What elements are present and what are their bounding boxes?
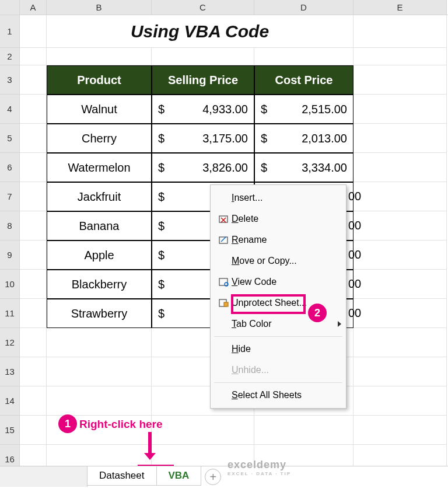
cell[interactable] <box>20 153 47 182</box>
cell[interactable] <box>20 328 47 357</box>
row-header[interactable]: 9 <box>0 240 20 270</box>
cell[interactable] <box>354 211 447 240</box>
cell-product[interactable]: Banana <box>47 211 152 240</box>
cell[interactable] <box>20 65 47 95</box>
cell-cost[interactable]: $3,334.00 <box>254 153 354 182</box>
cell[interactable] <box>20 15 47 48</box>
menu-delete[interactable]: Delete <box>211 208 346 229</box>
tab-vba[interactable]: VBA <box>156 466 202 486</box>
menu-insert[interactable]: Insert... <box>211 187 346 208</box>
svg-rect-5 <box>224 302 228 306</box>
menu-hide[interactable]: Hide <box>211 339 346 360</box>
cell-product[interactable]: Cherry <box>47 124 152 153</box>
cell[interactable] <box>47 357 152 386</box>
row-header[interactable]: 10 <box>0 270 20 299</box>
cell[interactable] <box>354 357 447 386</box>
cell[interactable] <box>354 15 447 48</box>
cell-product[interactable]: Apple <box>47 240 152 270</box>
menu-rename[interactable]: Rename <box>211 229 346 250</box>
row-header[interactable]: 1 <box>0 15 20 48</box>
cell[interactable] <box>354 48 447 65</box>
cell[interactable] <box>20 48 47 65</box>
menu-view-code[interactable]: View Code <box>211 271 346 292</box>
add-sheet-button[interactable]: + <box>205 469 221 485</box>
cell-cost[interactable]: $2,013.00 <box>254 124 354 153</box>
menu-select-all-sheets[interactable]: Select All Sheets <box>211 385 346 406</box>
row-header[interactable]: 12 <box>0 328 20 357</box>
cell[interactable] <box>47 386 152 416</box>
row-header[interactable]: 7 <box>0 182 20 211</box>
cell[interactable] <box>354 65 447 95</box>
row-header[interactable]: 4 <box>0 95 20 124</box>
cell-product[interactable]: Jackfruit <box>47 182 152 211</box>
cell[interactable] <box>354 124 447 153</box>
row-header[interactable]: 2 <box>0 48 20 65</box>
cell-selling[interactable]: $4,933.00 <box>152 95 254 124</box>
partial-value: 00 <box>348 190 361 203</box>
menu-label: Unprotect Sheet... <box>232 298 341 308</box>
cell[interactable] <box>354 182 447 211</box>
cell-product[interactable]: Walnut <box>47 95 152 124</box>
tab-datasheet[interactable]: Datasheet <box>87 466 157 486</box>
cell[interactable] <box>20 211 47 240</box>
cell[interactable] <box>354 240 447 270</box>
menu-move-copy[interactable]: Move or Copy... <box>211 250 346 271</box>
cell[interactable] <box>152 416 254 445</box>
cell[interactable] <box>20 270 47 299</box>
cell[interactable] <box>20 386 47 416</box>
row-header[interactable]: 15 <box>0 416 20 445</box>
cell[interactable] <box>354 328 447 357</box>
chevron-right-icon <box>338 321 341 327</box>
partial-value: 00 <box>348 248 361 262</box>
cell-selling[interactable]: $3,826.00 <box>152 153 254 182</box>
cell[interactable] <box>20 182 47 211</box>
cell[interactable] <box>20 416 47 445</box>
col-header-c[interactable]: C <box>152 0 254 15</box>
cell[interactable] <box>20 124 47 153</box>
cell[interactable] <box>20 357 47 386</box>
cell-selling[interactable]: $3,175.00 <box>152 124 254 153</box>
cell[interactable] <box>20 240 47 270</box>
down-arrow-icon <box>145 432 155 460</box>
page-title[interactable]: Using VBA Code <box>47 15 354 48</box>
cell-cost[interactable]: $2,515.00 <box>254 95 354 124</box>
row-header[interactable]: 3 <box>0 65 20 95</box>
cell-product[interactable]: Watermelon <box>47 153 152 182</box>
cell[interactable] <box>354 299 447 328</box>
row-header[interactable]: 13 <box>0 357 20 386</box>
cell-product[interactable]: Strawberry <box>47 299 152 328</box>
col-header-d[interactable]: D <box>254 0 354 15</box>
row-header[interactable]: 8 <box>0 211 20 240</box>
cell[interactable] <box>47 328 152 357</box>
svg-rect-0 <box>219 216 228 222</box>
cell[interactable] <box>354 386 447 416</box>
cell[interactable] <box>354 416 447 445</box>
row-header[interactable]: 6 <box>0 153 20 182</box>
col-header-e[interactable]: E <box>354 0 447 15</box>
cell[interactable] <box>354 270 447 299</box>
cell[interactable] <box>20 299 47 328</box>
cell[interactable] <box>254 416 354 445</box>
cell[interactable] <box>254 48 354 65</box>
header-product[interactable]: Product <box>47 65 152 95</box>
cell[interactable] <box>354 153 447 182</box>
col-header-a[interactable]: A <box>20 0 47 15</box>
cell[interactable] <box>152 48 254 65</box>
header-cost[interactable]: Cost Price <box>254 65 354 95</box>
row-header[interactable]: 14 <box>0 386 20 416</box>
sheet-context-menu: Insert... Delete Rename Move or Copy... … <box>210 184 346 409</box>
menu-separator <box>214 336 342 337</box>
select-all-corner[interactable] <box>0 0 20 15</box>
cell-product[interactable]: Blackberry <box>47 270 152 299</box>
cell[interactable] <box>47 48 152 65</box>
cell[interactable] <box>20 95 47 124</box>
header-selling[interactable]: Selling Price <box>152 65 254 95</box>
table-row: 5 Cherry $3,175.00 $2,013.00 <box>0 124 448 153</box>
svg-rect-1 <box>219 237 228 243</box>
col-header-b[interactable]: B <box>47 0 152 15</box>
row-header[interactable]: 5 <box>0 124 20 153</box>
row-header[interactable]: 11 <box>0 299 20 328</box>
cell[interactable] <box>354 95 447 124</box>
annotation-badge-2: 2 <box>308 304 327 322</box>
tab-nav-area[interactable] <box>0 466 88 487</box>
